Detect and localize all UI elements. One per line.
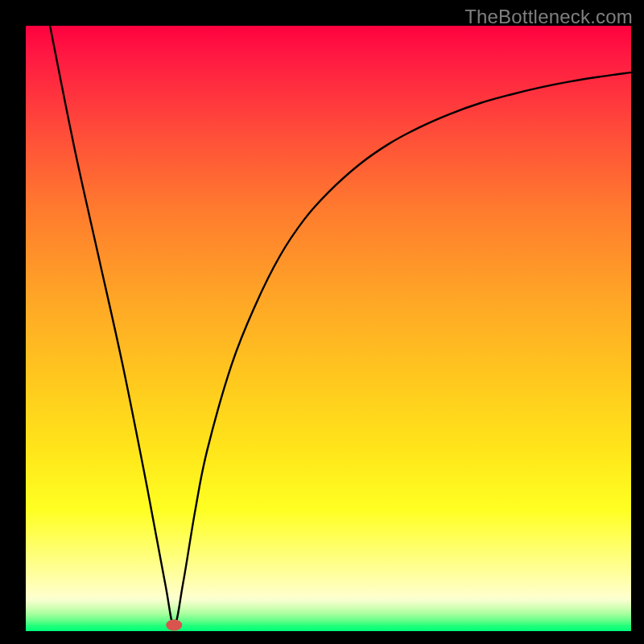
optimal-point-marker: [166, 619, 182, 630]
plot-area: [26, 26, 631, 631]
chart-frame: TheBottleneck.com: [0, 0, 644, 644]
watermark-text: TheBottleneck.com: [464, 6, 633, 28]
bottleneck-curve: [50, 26, 631, 625]
curve-layer: [26, 26, 631, 631]
